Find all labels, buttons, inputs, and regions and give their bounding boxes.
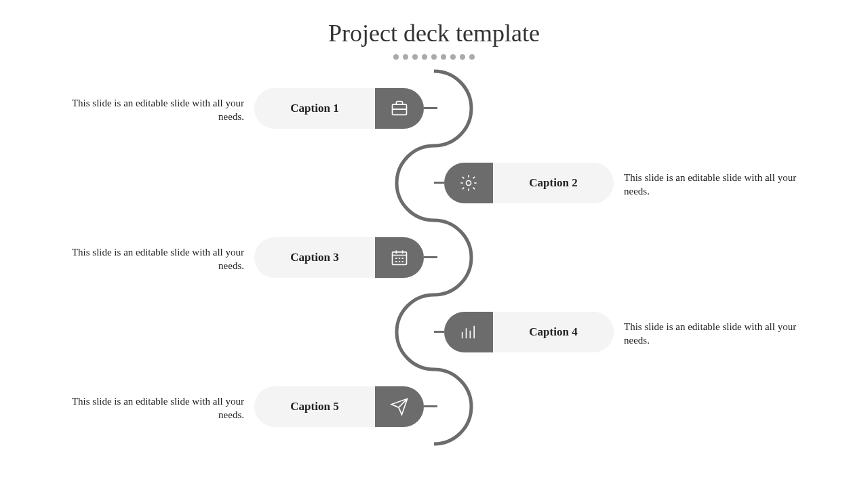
step-pill-3: Caption 3 [254,237,424,278]
step-pill-2: Caption 2 [444,163,614,203]
calendar-icon [375,237,424,278]
chart-icon [444,312,493,352]
desc-4: This slide is an editable slide with all… [624,320,814,348]
serpentine-path [0,68,868,488]
desc-2: This slide is an editable slide with all… [624,171,814,199]
slide-title: Project deck template [0,19,868,47]
briefcase-icon [375,88,424,129]
step-pill-5: Caption 5 [254,386,424,427]
plane-icon [375,386,424,427]
step-pill-1: Caption 1 [254,88,424,129]
caption-5: Caption 5 [254,400,375,413]
svg-point-1 [467,181,471,186]
title-dots [0,50,868,62]
desc-3: This slide is an editable slide with all… [54,245,244,273]
caption-3: Caption 3 [254,251,375,264]
step-pill-4: Caption 4 [444,312,614,352]
desc-5: This slide is an editable slide with all… [54,394,244,422]
caption-4: Caption 4 [493,325,614,339]
caption-2: Caption 2 [493,176,614,190]
caption-1: Caption 1 [254,102,375,115]
desc-1: This slide is an editable slide with all… [54,96,244,124]
gear-icon [444,163,493,203]
diagram-canvas: Caption 1 This slide is an editable slid… [0,68,868,488]
